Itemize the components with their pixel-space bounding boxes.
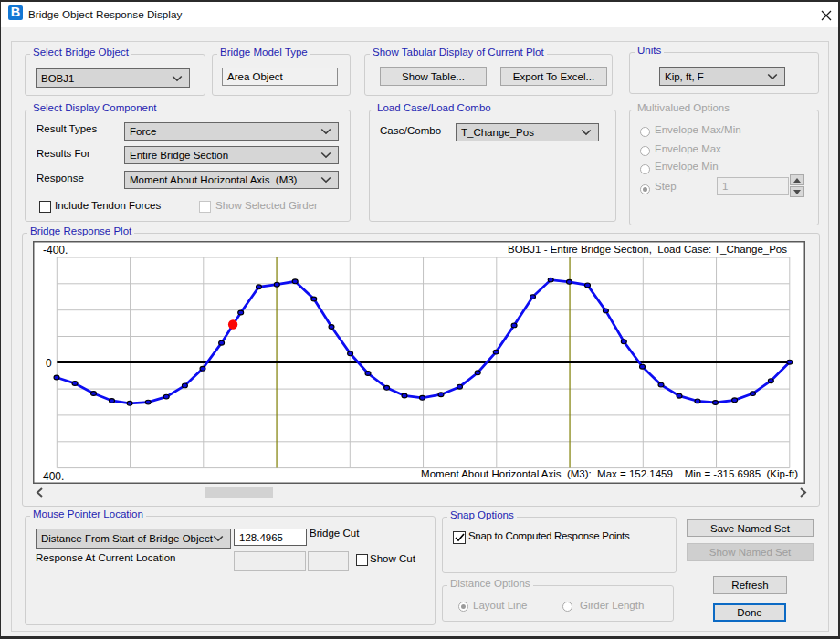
svg-text:Moment About Horizontal Axis: Moment About Horizontal Axis (M3): Max =… [421, 468, 798, 479]
svg-text:BOBJ1 - Entire Bridge Section,: BOBJ1 - Entire Bridge Section, Load Case… [508, 244, 787, 255]
svg-text:400.: 400. [43, 470, 64, 483]
svg-text:0: 0 [46, 357, 52, 370]
svg-text:-400.: -400. [43, 244, 68, 257]
